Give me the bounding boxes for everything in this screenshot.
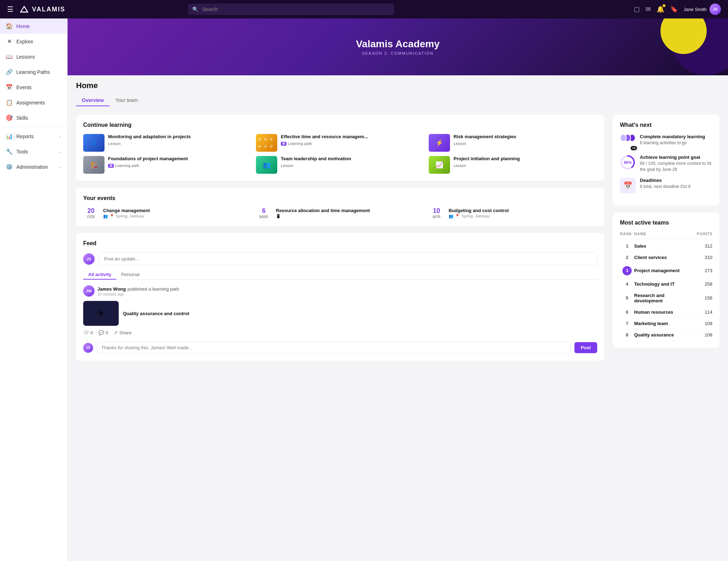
screen-icon[interactable]: ▢ xyxy=(634,5,640,13)
tabs: Overview Your team xyxy=(76,95,719,106)
event-name-2: Resource allocation and time management xyxy=(276,208,370,213)
learning-item[interactable]: 🏗️ Foundations of project management M L… xyxy=(83,156,252,174)
event-meta-3: 👥 📍 Spring, Joensuu xyxy=(449,214,509,219)
team-rank-2: 2 xyxy=(620,255,634,260)
sidebar-item-tools[interactable]: 🔧 Tools ⌄ xyxy=(0,144,67,159)
teams-header: RANK NAME POINTS xyxy=(620,230,712,239)
sidebar-item-learning-paths[interactable]: 🔗 Learning Paths xyxy=(0,64,67,80)
team-row[interactable]: 2 Client services 310 xyxy=(620,252,712,263)
whats-next-title: What's next xyxy=(620,122,712,128)
wn-info-mandatory: Complete mandatory learning 8 learning a… xyxy=(640,134,705,146)
team-points-3: 273 xyxy=(691,268,712,273)
search-input[interactable] xyxy=(188,4,394,15)
event-type-icon-2: 📱 xyxy=(276,214,281,219)
logo-text: VALAMIS xyxy=(32,6,65,13)
team-rank-3: 3 xyxy=(620,266,634,275)
event-item[interactable]: 10 Apr Budgeting and cost control 👥 📍 Sp… xyxy=(429,207,597,219)
share-label: Share xyxy=(119,330,132,335)
feed-avatar: JS xyxy=(83,253,95,265)
team-row[interactable]: 6 Human resources 114 xyxy=(620,307,712,318)
team-name-6: Human resources xyxy=(634,309,691,315)
learning-title-2: Effective time and resource managem... xyxy=(281,134,424,140)
deadlines-label: Deadlines xyxy=(640,178,691,183)
learning-item[interactable]: Effective time and resource managem... M… xyxy=(256,134,424,152)
event-info-2: Resource allocation and time management … xyxy=(276,208,370,219)
team-points-1: 312 xyxy=(691,243,712,249)
sidebar-item-reports[interactable]: 📊 Reports ⌄ xyxy=(0,129,67,144)
admin-chevron: ⌄ xyxy=(58,164,61,169)
sidebar-label-lessons: Lessons xyxy=(16,54,35,60)
events-icon: 📅 xyxy=(6,84,13,91)
learning-thumb-1: 👤 xyxy=(83,134,105,152)
team-row[interactable]: 1 Sales 312 xyxy=(620,241,712,252)
sidebar-label-administration: Administration xyxy=(16,164,48,170)
reports-chevron: ⌄ xyxy=(58,134,61,139)
sidebar-item-administration[interactable]: ⚙️ Administration ⌄ xyxy=(0,159,67,174)
hamburger-menu[interactable]: ☰ xyxy=(7,5,14,14)
feed-tab-all[interactable]: All activity xyxy=(83,270,116,279)
team-name-1: Sales xyxy=(634,243,691,249)
team-row[interactable]: 4 Technology and IT 258 xyxy=(620,279,712,290)
admin-icon: ⚙️ xyxy=(6,163,13,170)
sidebar-item-assignments[interactable]: 📋 Assignments xyxy=(0,95,67,110)
mail-icon[interactable]: ✉ xyxy=(646,5,651,13)
tab-overview[interactable]: Overview xyxy=(76,95,109,106)
learning-info-2: Effective time and resource managem... M… xyxy=(281,134,424,146)
learning-item[interactable]: 👤 Monitoring and adaptation in projects … xyxy=(83,134,252,152)
post-author-info: James Wong published a learning path 10 … xyxy=(97,286,179,296)
team-row[interactable]: 8 Quality assurance 108 xyxy=(620,329,712,341)
team-points-5: 156 xyxy=(691,295,712,301)
learning-paths-icon: 🔗 xyxy=(6,69,13,75)
deadlines-sub: 8 total, next deadline Oct 6 xyxy=(640,184,691,190)
sidebar-label-tools: Tools xyxy=(16,149,28,155)
share-button[interactable]: ↗ Share xyxy=(114,330,132,335)
sidebar-item-skills[interactable]: 🎯 Skills xyxy=(0,110,67,125)
sidebar-item-home[interactable]: 🏠 Home xyxy=(0,18,67,34)
team-points-2: 310 xyxy=(691,255,712,260)
team-row[interactable]: 7 Marketing team 109 xyxy=(620,318,712,329)
event-name-1: Change management xyxy=(103,208,150,213)
learning-title-3: Risk management strategies xyxy=(454,134,597,140)
sidebar-label-explore: Explore xyxy=(16,39,33,44)
team-row[interactable]: 5 Research and development 156 xyxy=(620,290,712,307)
wn-item-deadlines[interactable]: 📅 Deadlines 8 total, next deadline Oct 6 xyxy=(620,178,712,193)
comment-button[interactable]: 💬 0 xyxy=(98,330,108,335)
team-row[interactable]: 3 Project management 273 xyxy=(620,263,712,279)
hero-subtitle: SEASON 2: COMMUNICATION xyxy=(356,51,440,55)
post-actions: 🤍 4 💬 0 ↗ Share xyxy=(83,330,597,335)
goal-label: Achieve learning point goal xyxy=(640,155,712,160)
header-rank: RANK xyxy=(620,232,634,236)
feed-input[interactable] xyxy=(99,252,597,265)
sidebar-item-explore[interactable]: ✕ Explore xyxy=(0,34,67,49)
learning-type-1: Lesson xyxy=(108,141,121,146)
event-day-1: 20 xyxy=(83,207,99,215)
learning-thumb-2 xyxy=(256,134,277,152)
sidebar-item-lessons[interactable]: 📖 Lessons xyxy=(0,49,67,64)
team-points-4: 258 xyxy=(691,281,712,287)
event-day-3: 10 xyxy=(429,207,444,215)
sidebar-item-events[interactable]: 📅 Events xyxy=(0,80,67,95)
learning-item[interactable]: ⚡ Risk management strategies Lesson xyxy=(429,134,597,152)
hero-banner: Valamis Academy SEASON 2: COMMUNICATION xyxy=(68,18,728,75)
learning-title-6: Project initiation and planning xyxy=(454,156,597,162)
bookmark-icon[interactable]: 🔖 xyxy=(670,5,678,13)
events-list: 20 Feb Change management 👥 📍 Spring, Joe… xyxy=(83,207,597,219)
event-item[interactable]: 6 Mar Resource allocation and time manag… xyxy=(256,207,424,219)
event-location-icon-1: 📍 xyxy=(109,214,114,219)
like-button[interactable]: 🤍 4 xyxy=(83,330,93,335)
most-active-teams-card: Most active teams RANK NAME POINTS 1 Sal… xyxy=(613,212,719,348)
team-name-7: Marketing team xyxy=(634,321,691,326)
learning-item[interactable]: 👥 Team leadership and motivation Lesson xyxy=(256,156,424,174)
comment-input[interactable] xyxy=(97,342,571,354)
user-menu[interactable]: Jane Smith JS xyxy=(684,4,721,15)
team-rank-6: 6 xyxy=(620,309,634,315)
wn-item-mandatory[interactable]: +5 Complete mandatory learning 8 learnin… xyxy=(620,134,712,150)
learning-item[interactable]: 📈 Project initiation and planning Lesson xyxy=(429,156,597,174)
event-item[interactable]: 20 Feb Change management 👥 📍 Spring, Joe… xyxy=(83,207,252,219)
post-button[interactable]: Post xyxy=(574,342,597,353)
comment-icon: 💬 xyxy=(98,330,104,335)
notification-icon[interactable]: 🔔 xyxy=(657,5,664,13)
feed-tab-personal[interactable]: Personal xyxy=(116,270,144,279)
tab-your-team[interactable]: Your team xyxy=(109,95,143,106)
wn-item-goal[interactable]: 66% Achieve learning point goal 66 / 100… xyxy=(620,155,712,173)
